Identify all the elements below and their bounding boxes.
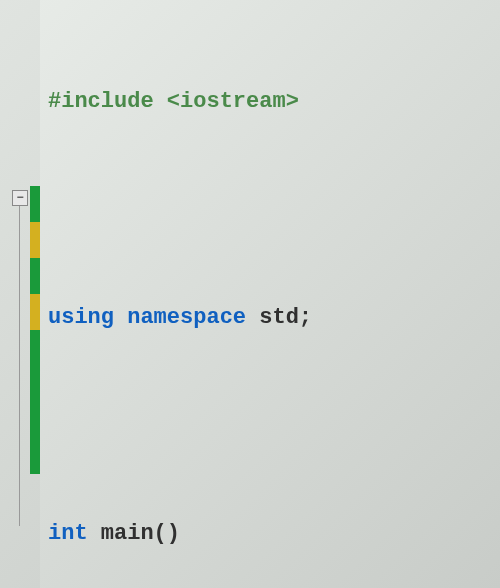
change-marker (30, 294, 40, 330)
fold-line (19, 206, 20, 526)
code-line (48, 192, 500, 228)
code-line: #include <iostream> (48, 84, 500, 120)
change-marker (30, 330, 40, 366)
preprocessor: #include <iostream> (48, 89, 299, 114)
keyword: int (48, 521, 88, 546)
change-marker (30, 366, 40, 402)
code-line: int main() (48, 516, 500, 552)
keyword: namespace (127, 305, 246, 330)
gutter: − (0, 0, 40, 588)
code-area[interactable]: #include <iostream> using namespace std;… (40, 0, 500, 588)
change-marker (30, 402, 40, 438)
change-marker (30, 438, 40, 474)
identifier: std (259, 305, 299, 330)
change-marker (30, 222, 40, 258)
punct: ; (299, 305, 312, 330)
change-marker (30, 258, 40, 294)
keyword: using (48, 305, 114, 330)
change-marker (30, 186, 40, 222)
code-editor[interactable]: − #include <iostream> using namespace st… (0, 0, 500, 588)
code-line: using namespace std; (48, 300, 500, 336)
code-line (48, 408, 500, 444)
identifier: main() (101, 521, 180, 546)
fold-toggle[interactable]: − (12, 190, 28, 206)
